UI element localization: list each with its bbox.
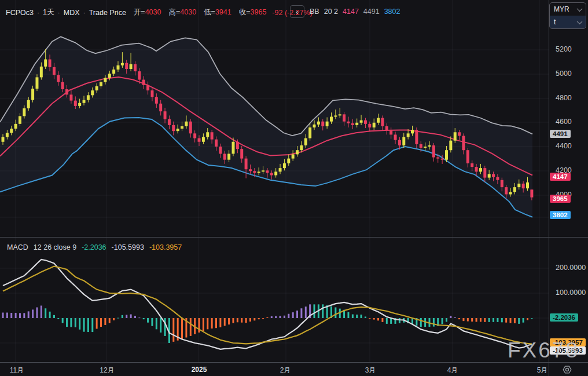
- time-axis[interactable]: 11月12月20252月3月4月5月: [0, 363, 588, 376]
- price-tick-4600: 4600: [556, 118, 572, 126]
- high-value: 高=4030: [168, 8, 196, 17]
- price-badge-4147: 4147: [550, 173, 571, 181]
- macd-pane[interactable]: [0, 238, 549, 362]
- trading-chart-app: FCPOc3 · 1天 · MDX · Trade Price 开=4030 高…: [0, 0, 588, 376]
- bb-name: BB: [310, 8, 319, 16]
- chevron-down-icon: [577, 6, 583, 12]
- price-tick-5200: 5200: [556, 45, 572, 53]
- macd-name: MACD: [7, 243, 28, 251]
- pane-divider[interactable]: [0, 237, 588, 238]
- collapse-legend-button[interactable]: ‹: [290, 5, 304, 18]
- macd-line-value: -105.5993: [112, 243, 144, 251]
- macd-histogram: [2, 304, 533, 343]
- chevron-down-icon: [577, 19, 583, 24]
- currency-unit-selector[interactable]: MYR t: [549, 2, 586, 29]
- grid-lines: [0, 238, 549, 362]
- symbol-name[interactable]: FCPOc3: [6, 9, 34, 17]
- currency-dropdown[interactable]: MYR: [550, 3, 586, 16]
- unit-value: t: [554, 18, 556, 26]
- macd-signal-value: -103.3957: [149, 243, 182, 251]
- currency-value: MYR: [554, 5, 569, 13]
- bb-lower-value: 3802: [384, 8, 400, 16]
- price-badge-3965: 3965: [550, 195, 571, 203]
- price-scale[interactable]: MYR t 5200500048004600440042004000200.00…: [549, 0, 588, 376]
- open-value: 开=4030: [134, 8, 161, 17]
- bb-params: 20 2: [324, 8, 338, 16]
- time-axis-divider: [0, 362, 588, 363]
- macd-badge--2.2036: -2.2036: [550, 313, 578, 322]
- close-value: 收=3965: [239, 8, 267, 17]
- bb-basis-value: 4147: [343, 8, 359, 16]
- price-tick-4400: 4400: [556, 142, 572, 150]
- candlestick-chart[interactable]: [0, 0, 549, 238]
- macd-badge--103.3957: -103.3957: [550, 338, 586, 346]
- time-label-11月[interactable]: 11月: [10, 366, 24, 375]
- price-tick-5000: 5000: [556, 70, 572, 78]
- symbol-legend: FCPOc3 · 1天 · MDX · Trade Price 开=4030 高…: [6, 8, 313, 17]
- time-label-3月[interactable]: 3月: [365, 366, 376, 375]
- time-label-2月[interactable]: 2月: [280, 366, 291, 375]
- macd-hist-value: -2.2036: [82, 243, 106, 251]
- price-badge-3802: 3802: [550, 211, 571, 219]
- bb-upper-value: 4491: [363, 8, 380, 16]
- low-value: 低=3941: [204, 8, 231, 17]
- price-badge-4491: 4491: [550, 130, 571, 138]
- macd-badge--105.5993: -105.5993: [550, 346, 586, 355]
- unit-dropdown[interactable]: t: [550, 16, 586, 28]
- exchange-label: MDX: [64, 9, 80, 17]
- macd-chart[interactable]: [0, 238, 549, 362]
- macd-params: 12 26 close 9: [34, 243, 76, 251]
- separator-dot: ·: [37, 9, 39, 17]
- series-type-label: Trade Price: [89, 9, 126, 17]
- interval-label[interactable]: 1天: [43, 8, 54, 17]
- macd-indicator-legend[interactable]: MACD 12 26 close 9 -2.2036 -105.5993 -10…: [7, 243, 182, 251]
- time-label-2025[interactable]: 2025: [192, 366, 207, 374]
- time-label-4月[interactable]: 4月: [447, 366, 458, 375]
- settings-gear-icon: [562, 364, 572, 375]
- price-tick-4800: 4800: [556, 94, 572, 102]
- time-label-12月[interactable]: 12月: [100, 366, 114, 375]
- bb-indicator-legend[interactable]: BB 20 2 4147 4491 3802: [310, 8, 400, 16]
- macd-tick-100.0000: 100.0000: [556, 289, 586, 297]
- scale-settings-button[interactable]: [562, 364, 572, 375]
- separator-dot: ·: [58, 9, 60, 17]
- price-pane[interactable]: [0, 0, 549, 238]
- macd-tick-200.0000: 200.0000: [556, 264, 586, 272]
- separator-dot: ·: [83, 9, 86, 17]
- time-label-5月[interactable]: 5月: [537, 366, 548, 375]
